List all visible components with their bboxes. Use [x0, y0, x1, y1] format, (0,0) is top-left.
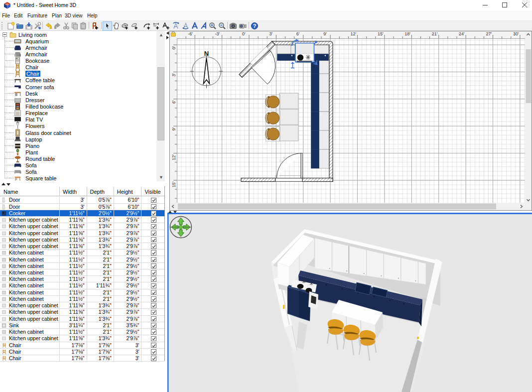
svg-text:0': 0' — [242, 31, 246, 36]
svg-text:15': 15' — [171, 181, 176, 187]
svg-text:-6': -6' — [188, 31, 193, 36]
svg-text:12': 12' — [171, 154, 176, 160]
svg-text:21': 21' — [432, 31, 438, 36]
svg-text:3': 3' — [171, 73, 176, 77]
svg-text:0': 0' — [171, 46, 176, 49]
svg-text:15': 15' — [378, 31, 384, 36]
svg-text:30': 30' — [513, 31, 519, 36]
svg-text:12': 12' — [351, 31, 357, 36]
svg-text:3': 3' — [269, 31, 272, 36]
svg-text:9': 9' — [171, 127, 176, 131]
svg-text:27': 27' — [486, 31, 492, 36]
svg-text:18': 18' — [404, 31, 410, 36]
svg-text:?: ? — [253, 23, 257, 29]
svg-text:6': 6' — [296, 31, 300, 36]
svg-text:N: N — [204, 50, 209, 57]
svg-text:-3': -3' — [215, 31, 220, 36]
svg-text:24': 24' — [459, 31, 465, 36]
svg-text:6': 6' — [171, 100, 176, 104]
svg-text:9': 9' — [323, 31, 327, 36]
